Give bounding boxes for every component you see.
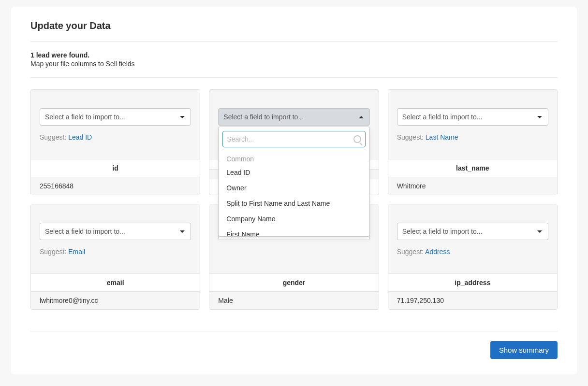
column-value: 71.197.250.130 <box>388 292 557 309</box>
mapping-card: Select a field to import to... Common Le… <box>209 89 379 195</box>
select-placeholder: Select a field to import to... <box>223 113 304 121</box>
card-controls: Select a field to import to... Suggest: … <box>31 204 200 274</box>
mapping-card: Select a field to import to... Suggest: … <box>388 204 558 310</box>
dropdown-option[interactable]: Split to First Name and Last Name <box>219 196 369 211</box>
card-controls: Select a field to import to... Suggest: … <box>388 204 557 274</box>
chevron-down-icon <box>537 116 542 118</box>
field-select[interactable]: Select a field to import to... <box>40 108 191 126</box>
dropdown-option[interactable]: First Name <box>219 227 369 236</box>
column-name: email <box>31 274 200 292</box>
field-dropdown: Common Lead ID Owner Split to First Name… <box>218 127 369 237</box>
mapping-card: Select a field to import to... Suggest: … <box>30 204 200 310</box>
instruction-text: Map your file columns to Sell fields <box>30 60 558 68</box>
column-name: ip_address <box>388 274 557 292</box>
column-value: Whitmore <box>388 177 557 195</box>
suggest-label: Suggest: <box>397 248 424 256</box>
dropdown-section-label: Common <box>219 151 369 165</box>
mapping-card: Select a field to import to... Suggest: … <box>30 89 200 195</box>
column-value: Male <box>209 292 378 309</box>
suggest-link[interactable]: Email <box>68 248 85 256</box>
dropdown-option[interactable]: Lead ID <box>219 165 369 180</box>
suggest-row: Suggest: Lead ID <box>40 133 191 141</box>
column-value: lwhitmore0@tiny.cc <box>31 292 200 309</box>
column-name: gender <box>209 274 378 292</box>
footer: Show summary <box>30 331 558 359</box>
select-placeholder: Select a field to import to... <box>45 228 125 235</box>
chevron-down-icon <box>537 230 542 233</box>
card-controls: Select a field to import to... Suggest: … <box>31 90 200 159</box>
field-select[interactable]: Select a field to import to... <box>397 223 548 240</box>
field-select[interactable]: Select a field to import to... <box>218 108 369 126</box>
column-value: 255166848 <box>31 177 200 195</box>
suggest-row: Suggest: Address <box>397 248 548 256</box>
dropdown-search[interactable] <box>222 131 365 147</box>
column-name: id <box>31 159 200 177</box>
suggest-label: Suggest: <box>40 248 66 256</box>
chevron-down-icon <box>180 116 185 118</box>
suggest-label: Suggest: <box>397 133 424 141</box>
suggest-link[interactable]: Lead ID <box>68 133 92 141</box>
field-select[interactable]: Select a field to import to... <box>40 223 191 240</box>
mapping-grid: Select a field to import to... Suggest: … <box>30 89 558 310</box>
chevron-down-icon <box>180 230 185 233</box>
select-placeholder: Select a field to import to... <box>45 113 125 121</box>
show-summary-button[interactable]: Show summary <box>490 341 558 359</box>
suggest-label: Suggest: <box>40 133 66 141</box>
column-name: last_name <box>388 159 557 177</box>
card-controls: Select a field to import to... Suggest: … <box>388 90 557 159</box>
select-placeholder: Select a field to import to... <box>402 228 483 235</box>
field-select[interactable]: Select a field to import to... <box>397 108 548 126</box>
divider <box>30 77 558 78</box>
dropdown-option[interactable]: Owner <box>219 180 369 196</box>
suggest-link[interactable]: Address <box>425 248 450 256</box>
search-icon <box>353 135 361 143</box>
suggest-link[interactable]: Last Name <box>426 133 458 141</box>
search-input[interactable] <box>227 135 353 143</box>
mapping-card: Select a field to import to... Suggest: … <box>388 89 558 195</box>
suggest-row: Suggest: Email <box>40 248 191 256</box>
select-placeholder: Select a field to import to... <box>402 113 483 121</box>
suggest-row: Suggest: Last Name <box>397 133 548 141</box>
found-count: 1 lead were found. <box>30 51 558 59</box>
page-title: Update your Data <box>30 20 558 31</box>
divider <box>30 41 558 42</box>
chevron-up-icon <box>359 116 364 118</box>
dropdown-option[interactable]: Company Name <box>219 211 369 227</box>
